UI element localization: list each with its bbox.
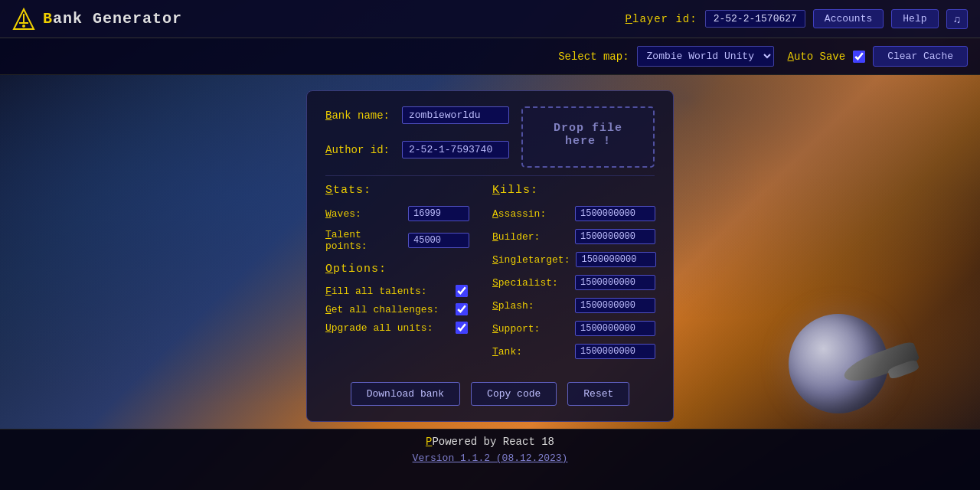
- options-title: Options:: [325, 263, 469, 276]
- talent-points-input[interactable]: [408, 233, 469, 248]
- kills-title: Kills:: [492, 184, 656, 197]
- kills-column: Kills: Assassin: Builder: Singlet: [492, 184, 656, 367]
- music-button[interactable]: ♫: [946, 9, 969, 29]
- select-map-label: Select map:: [558, 51, 629, 63]
- autosave-label: Auto Save: [788, 51, 846, 63]
- upgrade-units-label: Upgrade all units:: [325, 322, 448, 334]
- assassin-input[interactable]: [575, 206, 655, 221]
- bank-name-input[interactable]: [402, 106, 509, 124]
- builder-label: Builder:: [492, 231, 569, 243]
- version-text: Version 1.1.2 (08.12.2023): [6, 451, 974, 465]
- player-id-label: Player id:: [626, 13, 697, 25]
- bank-author-inputs: Bank name: Author id:: [325, 106, 509, 168]
- stats-column: Stats: Waves: Talent points:: [325, 184, 469, 367]
- fill-talents-row: Fill all talents:: [325, 285, 469, 297]
- specialist-label: Specialist:: [492, 277, 569, 289]
- singletarget-label: Singletarget:: [492, 254, 570, 266]
- specialist-input[interactable]: [575, 275, 655, 290]
- waves-input[interactable]: [408, 206, 469, 221]
- svg-point-3: [22, 24, 25, 28]
- specialist-row: Specialist:: [492, 275, 656, 290]
- splash-input[interactable]: [575, 298, 655, 313]
- assassin-label: Assassin:: [492, 208, 569, 220]
- splash-label: Splash:: [492, 300, 569, 312]
- fill-talents-label: Fill all talents:: [325, 286, 448, 297]
- assassin-row: Assassin:: [492, 206, 656, 221]
- accounts-button[interactable]: Accounts: [813, 9, 884, 28]
- talent-points-label: Talent points:: [325, 229, 402, 252]
- builder-input[interactable]: [575, 229, 655, 244]
- builder-row: Builder:: [492, 229, 656, 244]
- get-challenges-checkbox[interactable]: [456, 303, 468, 315]
- copy-code-button[interactable]: Copy code: [471, 382, 557, 406]
- upgrade-units-row: Upgrade all units:: [325, 322, 469, 334]
- singletarget-input[interactable]: [576, 252, 656, 267]
- stats-kills-section: Stats: Waves: Talent points:: [325, 184, 655, 367]
- app-title: Bank Generator: [43, 10, 182, 28]
- reset-button[interactable]: Reset: [567, 382, 629, 406]
- upgrade-units-checkbox[interactable]: [456, 322, 468, 334]
- options-section: Options: Fill all talents: Get all chall…: [325, 263, 469, 334]
- waves-label: Waves:: [325, 208, 402, 220]
- support-row: Support:: [492, 321, 656, 336]
- map-select[interactable]: Zombie World Unity Map 2 Map 3: [637, 46, 774, 67]
- download-bank-button[interactable]: Download bank: [351, 382, 460, 406]
- get-challenges-row: Get all challenges:: [325, 303, 469, 315]
- tank-label: Tank:: [492, 346, 569, 358]
- get-challenges-label: Get all challenges:: [325, 304, 448, 315]
- logo: Bank Generator: [12, 8, 182, 31]
- divider-1: [325, 175, 655, 176]
- autosave-checkbox[interactable]: [853, 51, 865, 63]
- author-id-label: Author id:: [325, 144, 394, 156]
- tank-row: Tank:: [492, 344, 656, 359]
- singletarget-row: Singletarget:: [492, 252, 656, 267]
- version-link[interactable]: Version 1.1.2 (08.12.2023): [413, 452, 568, 464]
- drop-zone-text: Drop file here !: [554, 122, 622, 148]
- drop-zone[interactable]: Drop file here !: [521, 106, 655, 168]
- powered-by-text: PPowered by React 18: [6, 436, 974, 448]
- clear-cache-button[interactable]: Clear Cache: [873, 46, 968, 67]
- author-id-input[interactable]: [402, 141, 509, 158]
- logo-icon: [12, 8, 35, 31]
- main-panel: Bank name: Author id: Drop file here !: [306, 90, 674, 422]
- waves-row: Waves:: [325, 206, 469, 221]
- action-buttons: Download bank Copy code Reset: [325, 382, 655, 406]
- fill-talents-checkbox[interactable]: [456, 285, 468, 297]
- player-id-value: 2-52-2-1570627: [705, 10, 805, 28]
- main-content: Bank name: Author id: Drop file here !: [0, 75, 980, 429]
- header-controls: Player id: 2-52-2-1570627 Accounts Help …: [626, 9, 968, 29]
- support-input[interactable]: [575, 321, 655, 336]
- header-bar: Bank Generator Player id: 2-52-2-1570627…: [0, 0, 980, 38]
- tank-input[interactable]: [575, 344, 655, 359]
- toolbar: Select map: Zombie World Unity Map 2 Map…: [0, 38, 980, 75]
- help-button[interactable]: Help: [891, 9, 938, 28]
- footer: PPowered by React 18 Version 1.1.2 (08.1…: [0, 429, 980, 490]
- bank-name-row: Bank name:: [325, 106, 509, 124]
- stats-title: Stats:: [325, 184, 469, 197]
- bank-name-label: Bank name:: [325, 109, 394, 122]
- support-label: Support:: [492, 323, 569, 335]
- talent-points-row: Talent points:: [325, 229, 469, 252]
- splash-row: Splash:: [492, 298, 656, 313]
- author-id-row: Author id:: [325, 141, 509, 158]
